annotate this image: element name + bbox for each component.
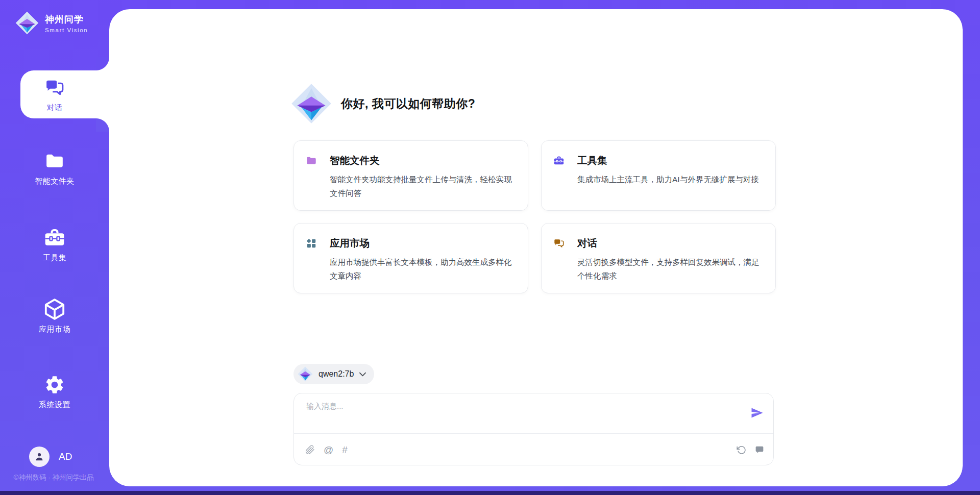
- card-head: 对话: [553, 236, 761, 250]
- brand: 神州问学 Smart Vision: [15, 11, 88, 35]
- feedback-button[interactable]: [755, 445, 764, 454]
- gear-icon: [44, 374, 65, 396]
- card-title: 智能文件夹: [330, 154, 380, 167]
- avatar: [29, 447, 50, 467]
- sidebar-item-label: 智能文件夹: [35, 177, 75, 186]
- sidebar-item-smart-folder[interactable]: 智能文件夹: [0, 150, 109, 186]
- model-selector[interactable]: qwen2:7b: [293, 364, 374, 384]
- user-name: AD: [59, 451, 72, 462]
- assistant-logo-icon: [291, 83, 332, 124]
- model-name: qwen2:7b: [318, 369, 354, 379]
- folder-icon: [306, 155, 317, 166]
- sidebar-item-app-market[interactable]: 应用市场: [0, 298, 109, 334]
- composer-toolbar: @ #: [305, 434, 764, 465]
- card-description: 集成市场上主流工具，助力AI与外界无缝扩展与对接: [577, 172, 761, 186]
- chat-bubbles-icon: [553, 238, 565, 249]
- message-composer: @ #: [293, 393, 774, 465]
- sidebar-item-chat[interactable]: 对话: [0, 77, 109, 113]
- brand-text: 神州问学 Smart Vision: [45, 13, 88, 33]
- card-app-market[interactable]: 应用市场 应用市场提供丰富长文本模板，助力高效生成多样化文章内容: [293, 223, 528, 293]
- card-chat[interactable]: 对话 灵活切换多模型文件，支持多样回复效果调试，满足个性化需求: [541, 223, 776, 293]
- main-panel: 你好, 我可以如何帮助你? 智能文件夹 智能文件夹功能支持批量文件上传与清洗，轻…: [109, 9, 963, 486]
- card-title: 应用市场: [330, 236, 370, 250]
- greeting-text: 你好, 我可以如何帮助你?: [341, 96, 475, 112]
- card-head: 应用市场: [306, 236, 513, 250]
- feature-cards: 智能文件夹 智能文件夹功能支持批量文件上传与清洗，轻松实现文件问答 工具集 集成…: [293, 140, 776, 293]
- sidebar-item-label: 对话: [47, 103, 63, 113]
- sidebar-item-toolset[interactable]: 工具集: [0, 227, 109, 263]
- history-button[interactable]: [737, 445, 746, 455]
- sidebar-item-settings[interactable]: 系统设置: [0, 374, 109, 410]
- card-description: 应用市场提供丰富长文本模板，助力高效生成多样化文章内容: [330, 255, 513, 283]
- attach-button[interactable]: [305, 445, 315, 455]
- card-description: 智能文件夹功能支持批量文件上传与清洗，轻松实现文件问答: [330, 172, 513, 200]
- send-icon: [750, 406, 764, 420]
- message-input[interactable]: [305, 401, 736, 432]
- chat-square-icon: [755, 445, 764, 454]
- chevron-down-icon: [359, 372, 366, 377]
- model-logo-icon: [298, 366, 313, 382]
- app-grid-icon: [306, 238, 317, 249]
- history-icon: [737, 445, 746, 455]
- toolbox-icon: [553, 155, 565, 166]
- card-head: 智能文件夹: [306, 154, 513, 167]
- sidebar-item-label: 工具集: [43, 253, 67, 263]
- sidebar-item-label: 应用市场: [39, 325, 70, 334]
- sidebar-item-label: 系统设置: [39, 400, 70, 410]
- card-head: 工具集: [553, 154, 761, 167]
- mention-button[interactable]: @: [324, 445, 333, 455]
- toolbox-icon: [43, 227, 66, 249]
- brand-subtitle: Smart Vision: [45, 27, 88, 33]
- folder-icon: [44, 150, 65, 172]
- hashtag-button[interactable]: #: [342, 445, 348, 455]
- card-toolset[interactable]: 工具集 集成市场上主流工具，助力AI与外界无缝扩展与对接: [541, 140, 776, 211]
- card-smart-folder[interactable]: 智能文件夹 智能文件夹功能支持批量文件上传与清洗，轻松实现文件问答: [293, 140, 528, 211]
- brand-name: 神州问学: [45, 13, 88, 26]
- bottom-accent-bar: [0, 491, 980, 495]
- send-button[interactable]: [750, 406, 764, 420]
- card-title: 工具集: [577, 154, 607, 167]
- paperclip-icon: [305, 445, 315, 455]
- brand-logo-icon: [15, 11, 39, 35]
- greeting-section: 你好, 我可以如何帮助你?: [291, 83, 475, 124]
- user-profile[interactable]: AD: [29, 447, 72, 467]
- card-title: 对话: [577, 236, 597, 250]
- person-icon: [34, 451, 45, 462]
- sidebar: 神州问学 Smart Vision 对话 智能文件夹 工具集 应用市场 系统设置: [0, 0, 109, 495]
- card-description: 灵活切换多模型文件，支持多样回复效果调试，满足个性化需求: [577, 255, 761, 283]
- cube-icon: [42, 298, 67, 320]
- sidebar-footer: ©神州数码 · 神州问学出品: [0, 473, 107, 482]
- chat-bubbles-icon: [44, 77, 65, 99]
